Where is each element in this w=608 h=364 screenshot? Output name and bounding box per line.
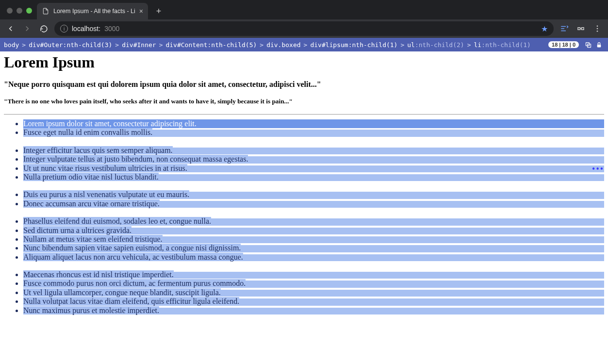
url-host: localhost: (72, 25, 100, 33)
back-button[interactable] (5, 23, 16, 34)
breadcrumb-segment[interactable]: div#Outer:nth-child(3) (29, 41, 112, 49)
list-item-text: Fusce eget nulla id enim convallis molli… (23, 128, 152, 136)
minimize-window-icon[interactable] (16, 8, 22, 14)
list-item-text: Maecenas rhoncus est id nisl tristique i… (23, 270, 174, 279)
page-subtitle: "Neque porro quisquam est qui dolorem ip… (4, 80, 604, 89)
svg-rect-8 (597, 44, 601, 47)
breadcrumb-segment[interactable]: div#Inner (122, 41, 156, 49)
url-port: 3000 (104, 25, 119, 33)
tab-title: Lorem Ipsum - All the facts - Li (53, 8, 135, 15)
site-info-icon[interactable]: i (60, 25, 68, 33)
counter-badge: 18 | 18 | 0 (548, 41, 579, 48)
list-group: Phasellus eleifend dui euismod, sodales … (4, 217, 604, 262)
list-item-text: Ut vel ligula ullamcorper, congue neque … (23, 288, 221, 297)
list-item-text: Aliquam aliquet lacus non arcu vehicula,… (23, 253, 243, 261)
breadcrumb-separator: > (115, 41, 119, 49)
list-item: Fusce commodo purus non orci dictum, ac … (23, 279, 604, 288)
page-content: Lorem Ipsum "Neque porro quisquam est qu… (0, 53, 608, 315)
list-item-text: Integer efficitur lacus quis sem semper … (23, 146, 173, 154)
list-item: Fusce eget nulla id enim convallis molli… (23, 128, 604, 137)
extension-icon-2[interactable] (575, 23, 587, 34)
forward-button[interactable] (21, 23, 33, 34)
page-icon (42, 7, 49, 15)
list-item-text: Ut ut nunc vitae risus vestibulum ultric… (23, 164, 187, 172)
breadcrumb-separator: > (467, 41, 471, 49)
list-item: Donec accumsan arcu vitae ornare tristiq… (23, 199, 604, 208)
close-tab-icon[interactable]: × (139, 8, 143, 15)
list-item: Lorem ipsum dolor sit amet, consectetur … (23, 119, 604, 128)
list-item-text: Nunc bibendum sapien vitae sapien euismo… (23, 244, 241, 252)
browser-menu-icon[interactable] (592, 23, 603, 34)
toolbar: i localhost:3000 ★ (0, 19, 608, 38)
breadcrumb-separator: > (159, 41, 163, 49)
breadcrumb-segment[interactable]: li:nth-child(1) (474, 41, 531, 49)
list-item: Ut ut nunc vitae risus vestibulum ultric… (23, 164, 604, 173)
breadcrumb-segment[interactable]: div#Content:nth-child(5) (165, 41, 257, 49)
list-item: Nunc bibendum sapien vitae sapien euismo… (23, 244, 604, 252)
divider (4, 114, 604, 115)
list-item: Nulla volutpat lacus vitae diam eleifend… (23, 297, 604, 306)
new-tab-button[interactable]: + (152, 4, 165, 18)
list-group: Duis eu purus a nisl venenatis vulputate… (4, 190, 604, 208)
list-container: Lorem ipsum dolor sit amet, consectetur … (4, 119, 604, 315)
list-item-text: Nulla volutpat lacus vitae diam eleifend… (23, 297, 239, 305)
list-item-text: Lorem ipsum dolor sit amet, consectetur … (23, 119, 197, 128)
list-item-text: Duis eu purus a nisl venenatis vulputate… (23, 190, 189, 199)
breadcrumb-segment[interactable]: div.boxed (266, 41, 300, 49)
dev-breadcrumb-bar: body>div#Outer:nth-child(3)>div#Inner>di… (0, 38, 608, 51)
page-title: Lorem Ipsum (4, 53, 604, 71)
list-item: Phasellus eleifend dui euismod, sodales … (23, 217, 604, 226)
tab-strip: Lorem Ipsum - All the facts - Li × + (0, 0, 608, 19)
close-window-icon[interactable] (7, 8, 13, 14)
svg-point-4 (597, 28, 598, 30)
list-item: Duis eu purus a nisl venenatis vulputate… (23, 190, 604, 199)
browser-chrome: Lorem Ipsum - All the facts - Li × + i l… (0, 0, 608, 38)
list-group: Maecenas rhoncus est id nisl tristique i… (4, 270, 604, 315)
list-item-text: Nunc maximus purus et molestie imperdiet… (23, 306, 159, 314)
lock-icon[interactable] (596, 41, 602, 49)
list-item-text: Phasellus eleifend dui euismod, sodales … (23, 217, 211, 225)
list-item: Nulla pretium odio vitae nisl luctus bla… (23, 173, 604, 182)
list-group: Integer efficitur lacus quis sem semper … (4, 146, 604, 182)
breadcrumb[interactable]: body>div#Outer:nth-child(3)>div#Inner>di… (4, 41, 548, 49)
breadcrumb-separator: > (22, 41, 26, 49)
list-item: Ut vel ligula ullamcorper, congue neque … (23, 288, 604, 297)
bookmark-star-icon[interactable]: ★ (541, 24, 548, 33)
breadcrumb-separator: > (260, 41, 263, 49)
list-item: Maecenas rhoncus est id nisl tristique i… (23, 270, 604, 279)
ellipsis-icon[interactable]: ••• (592, 164, 604, 174)
address-bar[interactable]: i localhost:3000 ★ (54, 21, 554, 36)
extension-icon[interactable] (559, 23, 570, 34)
list-item-text: Sed dictum urna a ultrices gravida. (23, 226, 131, 234)
breadcrumb-segment[interactable]: ul:nth-child(2) (407, 41, 464, 49)
list-item: Integer efficitur lacus quis sem semper … (23, 146, 604, 155)
svg-rect-1 (582, 28, 584, 30)
copy-icon[interactable] (585, 41, 592, 49)
list-item-text: Integer vulputate tellus at justo bibend… (23, 155, 248, 163)
window-controls (4, 8, 37, 19)
list-item: Nunc maximus purus et molestie imperdiet… (23, 306, 604, 315)
list-item: Aliquam aliquet lacus non arcu vehicula,… (23, 253, 604, 262)
list-group: Lorem ipsum dolor sit amet, consectetur … (4, 119, 604, 137)
list-item: Integer vulputate tellus at justo bibend… (23, 155, 604, 164)
list-item-text: Nullam at metus vitae sem eleifend trist… (23, 235, 163, 243)
list-item: Nullam at metus vitae sem eleifend trist… (23, 235, 604, 244)
svg-point-5 (597, 31, 598, 32)
maximize-window-icon[interactable] (26, 8, 32, 14)
breadcrumb-segment[interactable]: body (4, 41, 19, 49)
list-item-text: Fusce commodo purus non orci dictum, ac … (23, 279, 246, 287)
breadcrumb-separator: > (400, 41, 404, 49)
reload-button[interactable] (38, 23, 49, 34)
list-item-text: Nulla pretium odio vitae nisl luctus bla… (23, 173, 159, 181)
browser-tab[interactable]: Lorem Ipsum - All the facts - Li × (37, 3, 148, 19)
list-item-text: Donec accumsan arcu vitae ornare tristiq… (23, 199, 160, 208)
breadcrumb-separator: > (304, 41, 308, 49)
breadcrumb-segment[interactable]: div#lipsum:nth-child(1) (310, 41, 397, 49)
page-subtitle-2: "There is no one who loves pain itself, … (4, 98, 604, 105)
list-item: Sed dictum urna a ultrices gravida. (23, 226, 604, 235)
svg-rect-0 (578, 28, 580, 30)
svg-point-3 (597, 25, 598, 27)
